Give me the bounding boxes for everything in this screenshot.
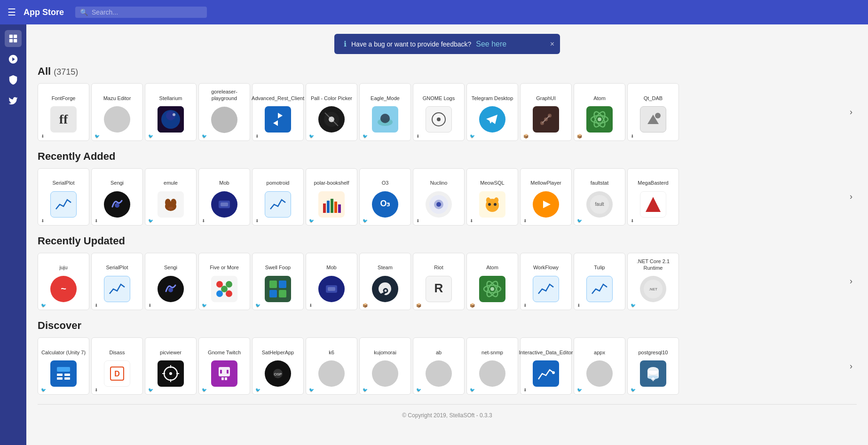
svg-point-65 <box>226 281 232 288</box>
app-badge: 📦 <box>416 303 421 308</box>
sidebar-item-bird[interactable] <box>5 92 22 109</box>
svg-point-64 <box>216 281 223 288</box>
app-name: Interactive_Data_Editor <box>519 343 573 356</box>
list-item[interactable]: picviewer🐦 <box>145 337 197 395</box>
list-item[interactable]: Advanced_Rest_Client⬇ <box>252 83 304 141</box>
app-name: Calculator (Unity 7) <box>41 343 86 356</box>
scroll-right-arrow[interactable]: › <box>845 98 857 126</box>
notification-close[interactable]: × <box>550 40 554 48</box>
list-item[interactable]: Stellarium🐦 <box>145 83 197 141</box>
list-item[interactable]: Nuclino⬇ <box>413 168 465 226</box>
list-item[interactable]: SerialPlot⬇ <box>91 253 143 311</box>
app-icon <box>263 274 293 304</box>
list-item[interactable]: SatHelperAppOSP🐦 <box>252 337 304 395</box>
list-item[interactable]: Sengi⬇ <box>145 253 197 311</box>
scroll-right-arrow[interactable]: › <box>845 267 857 296</box>
list-item[interactable]: Eagle_Mode🐦 <box>359 83 411 141</box>
list-item[interactable]: Gnome Twitch🐦 <box>198 337 250 395</box>
menu-icon[interactable]: ☰ <box>8 7 16 18</box>
app-row-recently-updated: juju~🐦SerialPlot⬇Sengi⬇Five or More🐦Swel… <box>38 253 857 311</box>
app-badge: 🐦 <box>202 388 207 392</box>
list-item[interactable]: Tulip⬇ <box>574 253 625 311</box>
list-item[interactable]: kujomorai🐦 <box>359 337 411 395</box>
list-item[interactable]: juju~🐦 <box>38 253 89 311</box>
list-item[interactable]: Qt_DAB⬇ <box>627 83 679 141</box>
list-item[interactable]: Mazu Editor🐦 <box>91 83 143 141</box>
list-item[interactable]: Telegram Desktop🐦 <box>466 83 518 141</box>
list-item[interactable]: Five or More🐦 <box>198 253 250 311</box>
app-name: Advanced_Rest_Client <box>252 88 304 101</box>
app-name: appx <box>594 343 605 356</box>
section-all: All (3715)FontForgeff⬇Mazu Editor🐦Stella… <box>38 65 857 141</box>
app-badge: 🐦 <box>309 219 314 223</box>
list-item[interactable]: GNOME Logs⬇ <box>413 83 465 141</box>
list-item[interactable]: Pall - Color Picker🐦 <box>306 83 357 141</box>
app-badge: 🐦 <box>577 219 582 223</box>
list-item[interactable]: Atom📦 <box>466 253 518 311</box>
app-name: Sengi <box>164 258 177 271</box>
list-item[interactable]: postgresql10🐦 <box>627 337 679 395</box>
list-item[interactable]: Steam📦 <box>359 253 411 311</box>
scroll-right-arrow[interactable]: › <box>845 352 857 380</box>
list-item[interactable]: O3O₃🐦 <box>359 168 411 226</box>
svg-rect-38 <box>323 203 326 213</box>
svg-point-7 <box>173 113 175 116</box>
list-item[interactable]: WorkFlowy⬇ <box>520 253 572 311</box>
app-name: Eagle_Mode <box>371 88 400 101</box>
app-badge: 🐦 <box>577 388 582 392</box>
list-item[interactable]: Calculator (Unity 7)🐦 <box>38 337 89 395</box>
sidebar-item-updates[interactable] <box>5 51 22 68</box>
list-item[interactable]: net-snmp🐦 <box>466 337 518 395</box>
list-item[interactable]: Sengi⬇ <box>91 168 143 226</box>
list-item[interactable]: Atom📦 <box>574 83 625 141</box>
search-input[interactable] <box>92 8 202 16</box>
list-item[interactable]: FontForgeff⬇ <box>38 83 89 141</box>
app-row-all: FontForgeff⬇Mazu Editor🐦Stellarium🐦gorel… <box>38 83 857 141</box>
svg-rect-0 <box>9 35 13 38</box>
app-name: juju <box>59 258 67 271</box>
list-item[interactable]: pomotroid⬇ <box>252 168 304 226</box>
list-item[interactable]: k6🐦 <box>306 337 357 395</box>
app-badge: ⬇ <box>95 219 98 223</box>
list-item[interactable]: DisassD⬇ <box>91 337 143 395</box>
list-item[interactable]: Mob⬇ <box>198 168 250 226</box>
app-badge: ⬇ <box>523 303 527 308</box>
sidebar-item-packages[interactable] <box>5 71 22 88</box>
list-item[interactable]: Swell Foop🐦 <box>252 253 304 311</box>
app-name: Mob <box>326 258 336 271</box>
list-item[interactable]: SerialPlot⬇ <box>38 168 89 226</box>
scroll-right-arrow[interactable]: › <box>845 183 857 211</box>
app-icon <box>370 359 400 389</box>
svg-rect-93 <box>64 374 70 376</box>
app-name: Tulip <box>594 258 605 271</box>
section-recently-added: Recently AddedSerialPlot⬇Sengi⬇emule🐦Mob… <box>38 150 857 226</box>
list-item[interactable]: MeowSQL⬇ <box>466 168 518 226</box>
list-item[interactable]: ab🐦 <box>413 337 465 395</box>
list-item[interactable]: RiotR📦 <box>413 253 465 311</box>
list-item[interactable]: polar-bookshelf🐦 <box>306 168 357 226</box>
list-item[interactable]: appx🐦 <box>574 337 625 395</box>
list-item[interactable]: Interactive_Data_Editor⬇ <box>520 337 572 395</box>
notification-link[interactable]: See here <box>476 40 506 48</box>
list-item[interactable]: emule🐦 <box>145 168 197 226</box>
app-name: MellowPlayer <box>530 173 561 187</box>
app-icon <box>102 104 132 134</box>
svg-rect-109 <box>225 377 227 380</box>
svg-rect-95 <box>64 377 70 380</box>
app-icon <box>209 105 239 135</box>
svg-point-31 <box>165 199 171 206</box>
app-name: picviewer <box>160 343 181 356</box>
app-badge: 📦 <box>363 303 368 308</box>
list-item[interactable]: Mob⬇ <box>306 253 357 311</box>
app-badge: 🐦 <box>148 388 153 392</box>
list-item[interactable]: .NET Core 2.1 Runtime.NET🐦 <box>627 253 679 311</box>
app-name: Swell Foop <box>265 258 291 271</box>
app-badge: ⬇ <box>470 219 473 223</box>
list-item[interactable]: goreleaser-playground🐦 <box>198 83 250 141</box>
list-item[interactable]: GraphUI📦 <box>520 83 572 141</box>
list-item[interactable]: MegaBasterd⬇ <box>627 168 679 226</box>
list-item[interactable]: MellowPlayer⬇ <box>520 168 572 226</box>
list-item[interactable]: faultstatfault🐦 <box>574 168 625 226</box>
sidebar-item-home[interactable] <box>5 30 22 47</box>
app-icon <box>316 274 347 304</box>
